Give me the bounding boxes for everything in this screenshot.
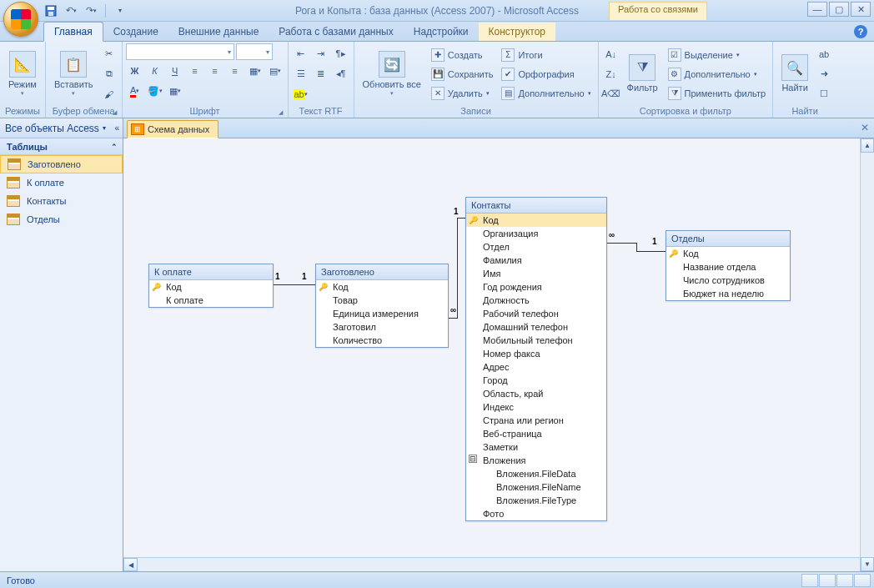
table-header[interactable]: К оплате — [149, 264, 273, 280]
toggle-filter-button[interactable]: ⧩Применить фильтр — [665, 85, 770, 102]
field[interactable]: Количество — [316, 334, 448, 347]
field[interactable]: Вложения.FileName — [466, 480, 606, 494]
tab-create[interactable]: Создание — [103, 23, 168, 41]
align-right-icon[interactable]: ≡ — [226, 62, 244, 80]
field[interactable]: Заготовил — [316, 320, 448, 334]
field[interactable]: Рабочий телефон — [466, 307, 606, 320]
paste-button[interactable]: 📋 Вставить▾ — [49, 49, 98, 98]
field[interactable]: Код — [666, 247, 790, 260]
view-shortcut-4[interactable] — [854, 574, 871, 587]
field[interactable]: Адрес — [466, 360, 606, 374]
numbering-icon[interactable]: ≣ — [312, 65, 330, 83]
horizontal-scrollbar[interactable]: ◀ ▶ — [123, 557, 874, 571]
more-button[interactable]: ▤Дополнительно ▾ — [498, 85, 594, 102]
field[interactable]: Страна или регион — [466, 414, 606, 427]
redo-icon[interactable]: ↷▾ — [83, 3, 98, 18]
grid-color-icon[interactable]: ▦▾ — [166, 82, 184, 100]
field[interactable]: Товар — [316, 294, 448, 307]
nav-item-Контакты[interactable]: Контакты — [0, 192, 123, 210]
find-button[interactable]: 🔍 Найти — [776, 53, 813, 94]
doctab-schema[interactable]: ⊞ Схема данных — [127, 120, 218, 138]
field[interactable]: Домашний телефон — [466, 320, 606, 334]
new-record-button[interactable]: ✚Создать — [428, 47, 497, 63]
field[interactable]: Номер факса — [466, 347, 606, 360]
alt-row-color-icon[interactable]: ▤▾ — [266, 62, 284, 80]
navpane-category[interactable]: Таблицы — [0, 138, 123, 155]
field[interactable]: Фото — [466, 507, 606, 520]
align-center-icon[interactable]: ≡ — [206, 62, 224, 80]
vertical-scrollbar[interactable]: ▲ ▼ — [860, 138, 874, 571]
table-header[interactable]: Контакты — [466, 198, 606, 214]
bold-icon[interactable]: Ж — [126, 62, 144, 80]
highlight-icon[interactable]: ab▾ — [292, 85, 310, 103]
table-otdely[interactable]: ОтделыКодНазвание отделаЧисло сотруднико… — [666, 230, 791, 301]
undo-icon[interactable]: ↶▾ — [63, 3, 78, 18]
delete-record-button[interactable]: ✕Удалить ▾ — [428, 85, 497, 102]
align-left-icon[interactable]: ≡ — [186, 62, 204, 80]
copy-icon[interactable]: ⧉ — [100, 65, 118, 83]
bullets-icon[interactable]: ☰ — [292, 65, 310, 83]
scroll-up-icon[interactable]: ▲ — [861, 138, 874, 153]
nav-item-К оплате[interactable]: К оплате — [0, 173, 123, 192]
field[interactable]: Имя — [466, 267, 606, 280]
close-doc-icon[interactable]: ✕ — [861, 122, 869, 133]
table-header[interactable]: Заготовлено — [316, 264, 448, 280]
field[interactable]: Организация — [466, 227, 606, 240]
navpane-header[interactable]: Все объекты Access ▾ « — [0, 118, 123, 138]
field[interactable]: Индекс — [466, 400, 606, 414]
qat-customize-icon[interactable]: ▾ — [113, 3, 128, 18]
close-button[interactable]: ✕ — [851, 2, 871, 17]
font-size-combo[interactable] — [236, 43, 273, 60]
increase-indent-icon[interactable]: ⇥ — [312, 45, 330, 63]
table-header[interactable]: Отделы — [666, 231, 790, 247]
field[interactable]: Мобильный телефон — [466, 334, 606, 347]
decrease-indent-icon[interactable]: ⇤ — [292, 45, 310, 63]
font-family-combo[interactable] — [126, 43, 234, 60]
tab-home[interactable]: Главная — [43, 22, 103, 42]
tab-external-data[interactable]: Внешние данные — [168, 23, 269, 41]
field[interactable]: Год рождения — [466, 280, 606, 294]
refresh-all-button[interactable]: 🔄 Обновить все▾ — [358, 49, 426, 98]
field[interactable]: Должность — [466, 294, 606, 307]
office-button[interactable] — [3, 2, 38, 37]
help-icon[interactable]: ? — [854, 25, 867, 38]
underline-icon[interactable]: Ч — [166, 62, 184, 80]
field[interactable]: Город — [466, 374, 606, 387]
relationships-canvas[interactable]: К оплатеКодК оплатеЗаготовленоКодТоварЕд… — [123, 138, 874, 557]
field[interactable]: Код — [466, 214, 606, 227]
format-painter-icon[interactable]: 🖌 — [100, 85, 118, 103]
cut-icon[interactable]: ✂ — [100, 45, 118, 63]
field[interactable]: Бюджет на неделю — [666, 287, 790, 300]
field[interactable]: Вложения — [466, 454, 606, 467]
field[interactable]: Число сотрудников — [666, 274, 790, 287]
field[interactable]: Фамилия — [466, 254, 606, 267]
select-icon[interactable]: ☐ — [815, 85, 833, 103]
field[interactable]: Заметки — [466, 440, 606, 454]
spelling-button[interactable]: ✔Орфография — [498, 66, 594, 83]
maximize-button[interactable]: ▢ — [829, 2, 849, 17]
field[interactable]: К оплате — [149, 294, 273, 307]
replace-icon[interactable]: ab — [815, 45, 833, 63]
minimize-button[interactable]: — — [807, 2, 827, 17]
table-kontakty[interactable]: КонтактыКодОрганизацияОтделФамилияИмяГод… — [465, 197, 607, 521]
navpane-collapse-icon[interactable]: « — [114, 123, 119, 133]
view-button[interactable]: 📐 Режим▾ — [3, 49, 42, 98]
totals-button[interactable]: ΣИтоги — [498, 47, 594, 63]
scroll-down-icon[interactable]: ▼ — [861, 557, 874, 571]
view-shortcut-2[interactable] — [819, 574, 836, 587]
ltr-icon[interactable]: ¶▸ — [332, 45, 350, 63]
rtl-icon[interactable]: ◂¶ — [332, 65, 350, 83]
field[interactable]: Вложения.FileData — [466, 467, 606, 480]
filter-button[interactable]: ⧩ Фильтр — [622, 53, 663, 94]
view-shortcut-1[interactable] — [801, 574, 818, 587]
goto-icon[interactable]: ➜ — [815, 65, 833, 83]
field[interactable]: Единица измерения — [316, 307, 448, 320]
field[interactable]: Веб-страница — [466, 427, 606, 440]
font-color-icon[interactable]: A▾ — [126, 82, 144, 100]
scroll-left-icon[interactable]: ◀ — [123, 558, 138, 571]
field[interactable]: Отдел — [466, 240, 606, 254]
save-icon[interactable] — [43, 3, 58, 18]
field[interactable]: Код — [149, 280, 273, 294]
selection-button[interactable]: ☑Выделение ▾ — [665, 47, 770, 63]
fill-color-icon[interactable]: 🪣▾ — [146, 82, 164, 100]
